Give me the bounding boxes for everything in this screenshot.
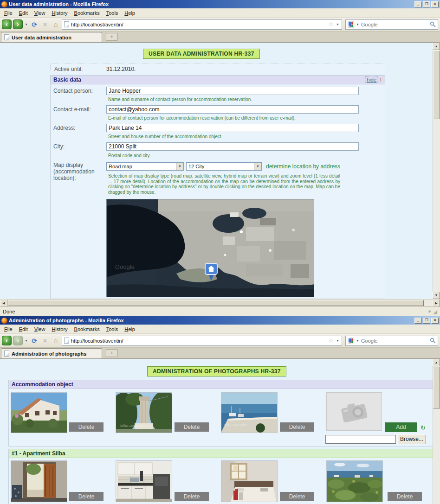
- delete-button[interactable]: Delete: [388, 492, 422, 501]
- active-until-label: Active until:: [54, 66, 83, 72]
- city-input[interactable]: [106, 142, 359, 151]
- new-tab-button[interactable]: +: [106, 349, 118, 357]
- search-bar[interactable]: ▾: [345, 336, 438, 346]
- menu-item-file[interactable]: File: [1, 325, 16, 333]
- menu-item-tools[interactable]: Tools: [103, 9, 122, 17]
- tab-user-data-administration[interactable]: User data administration: [1, 32, 102, 42]
- close-button[interactable]: ✕: [431, 318, 439, 324]
- google-logo-icon: [348, 21, 354, 28]
- active-until-value: 31.12.2010.: [106, 66, 136, 72]
- add-button[interactable]: Add: [385, 422, 417, 432]
- menu-item-help[interactable]: Help: [121, 325, 138, 333]
- stop-button[interactable]: ✕: [40, 338, 50, 344]
- search-bar[interactable]: ▾: [345, 19, 438, 30]
- statusbar-addon-icon[interactable]: ⚡: [428, 309, 432, 315]
- back-button[interactable]: ‹: [2, 19, 12, 29]
- home-button[interactable]: ⌂: [51, 20, 60, 28]
- delete-button[interactable]: Delete: [280, 422, 314, 432]
- scroll-left-button[interactable]: ◀: [0, 300, 7, 307]
- menu-item-history[interactable]: History: [48, 325, 71, 333]
- determine-location-link[interactable]: determine location by address: [266, 163, 340, 170]
- browse-button[interactable]: Browse...: [397, 434, 426, 444]
- menu-item-help[interactable]: Help: [121, 9, 138, 17]
- menu-item-bookmarks[interactable]: Bookmarks: [71, 9, 103, 17]
- upload-file-input[interactable]: [325, 435, 396, 444]
- google-logo-icon: [348, 338, 354, 344]
- horizontal-scrollbar[interactable]: ◀ ▶: [0, 299, 440, 306]
- refresh-button[interactable]: ⟳: [30, 21, 39, 28]
- hide-link[interactable]: hide: [365, 77, 378, 83]
- forward-button[interactable]: ›: [13, 19, 23, 29]
- menu-item-file[interactable]: File: [1, 9, 16, 17]
- url-bar[interactable]: ☆ ▾: [62, 336, 342, 346]
- tab-administration-of-photographs[interactable]: Administration of photographs: [1, 348, 102, 358]
- refresh-button[interactable]: ⟳: [30, 337, 39, 345]
- close-button[interactable]: ✕: [431, 1, 439, 7]
- upload-refresh-arrow-icon[interactable]: ↻: [421, 424, 426, 431]
- window-user-data: User data administration - Mozilla Firef…: [0, 0, 440, 316]
- map-image[interactable]: Google: [106, 199, 314, 297]
- delete-button[interactable]: Delete: [69, 422, 104, 432]
- menu-item-view[interactable]: View: [31, 325, 49, 333]
- menu-item-bookmarks[interactable]: Bookmarks: [71, 325, 103, 333]
- menu-item-tools[interactable]: Tools: [103, 325, 122, 333]
- scroll-thumb[interactable]: [8, 300, 424, 306]
- search-magnifier-icon[interactable]: [430, 338, 436, 344]
- titlebar[interactable]: Administration of photographs - Mozilla …: [0, 316, 440, 325]
- forward-button[interactable]: ›: [13, 336, 23, 345]
- bookmark-star-icon[interactable]: ☆: [328, 21, 334, 27]
- menu-item-history[interactable]: History: [48, 9, 71, 17]
- search-engine-dropdown-arrow-icon[interactable]: ▾: [356, 22, 360, 26]
- back-button[interactable]: ‹: [2, 336, 12, 345]
- url-dropdown-arrow-icon[interactable]: ▾: [336, 22, 340, 26]
- menu-item-edit[interactable]: Edit: [16, 325, 31, 333]
- scroll-thumb[interactable]: [433, 367, 440, 408]
- scroll-right-button[interactable]: ▶: [433, 300, 440, 307]
- bookmark-star-icon[interactable]: ☆: [328, 338, 334, 344]
- search-magnifier-icon[interactable]: [430, 21, 436, 27]
- photo-house: [11, 392, 67, 433]
- search-input[interactable]: [361, 338, 428, 344]
- scroll-up-button[interactable]: ▲: [433, 359, 440, 366]
- menubar: File Edit View History Bookmarks Tools H…: [0, 8, 440, 18]
- stop-button[interactable]: ✕: [40, 21, 50, 28]
- select-arrow-icon[interactable]: ▼: [176, 163, 183, 170]
- delete-button[interactable]: Delete: [175, 422, 209, 432]
- delete-button[interactable]: Delete: [175, 492, 209, 501]
- new-tab-button[interactable]: +: [106, 33, 118, 41]
- scroll-up-button[interactable]: ▲: [433, 43, 440, 50]
- history-dropdown-arrow-icon[interactable]: ▾: [24, 22, 28, 26]
- home-button[interactable]: ⌂: [51, 337, 60, 345]
- resize-grip[interactable]: ◢: [434, 309, 437, 315]
- menu-item-edit[interactable]: Edit: [16, 9, 31, 17]
- minimize-button[interactable]: _: [414, 1, 422, 7]
- map-zoom-select[interactable]: 12 City ▼: [186, 162, 262, 171]
- minimize-button[interactable]: _: [414, 318, 422, 324]
- url-dropdown-arrow-icon[interactable]: ▾: [336, 338, 340, 343]
- contact-email-input[interactable]: [106, 105, 359, 114]
- map-type-select[interactable]: Road map ▼: [106, 162, 184, 171]
- select-arrow-icon[interactable]: ▼: [254, 163, 261, 170]
- address-input[interactable]: [106, 124, 359, 132]
- scroll-down-button[interactable]: ▼: [433, 292, 440, 299]
- scroll-thumb[interactable]: [433, 51, 440, 119]
- search-engine-dropdown-arrow-icon[interactable]: ▾: [356, 338, 360, 343]
- window-photographs: Administration of photographs - Mozilla …: [0, 316, 440, 504]
- titlebar[interactable]: User data administration - Mozilla Firef…: [0, 0, 440, 8]
- restore-button[interactable]: ❐: [423, 318, 430, 324]
- url-bar[interactable]: ☆ ▾: [62, 19, 342, 30]
- url-input[interactable]: [71, 22, 326, 27]
- vertical-scrollbar[interactable]: ▲ ▼: [433, 43, 440, 299]
- vertical-scrollbar[interactable]: ▲: [433, 359, 440, 504]
- search-input[interactable]: [361, 22, 428, 27]
- basic-data-panel: Basic data hide ↑ Contact person: Name a…: [50, 75, 385, 299]
- url-input[interactable]: [71, 338, 326, 344]
- history-dropdown-arrow-icon[interactable]: ▾: [24, 338, 28, 343]
- delete-button[interactable]: Delete: [280, 492, 314, 501]
- restore-button[interactable]: ❐: [423, 1, 430, 7]
- tab-label: User data administration: [12, 35, 71, 40]
- delete-button[interactable]: Delete: [69, 492, 104, 501]
- collapse-up-arrow-icon[interactable]: ↑: [379, 77, 382, 83]
- menu-item-view[interactable]: View: [31, 9, 49, 17]
- contact-person-input[interactable]: [106, 87, 359, 95]
